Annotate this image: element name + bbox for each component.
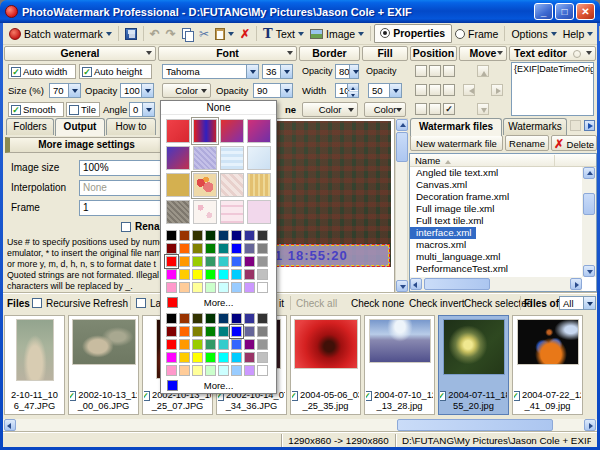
thumbnail-card[interactable]: 2-10-11_10 6_47.JPG <box>4 315 65 415</box>
move-header[interactable]: Move <box>459 46 507 61</box>
cut-button[interactable]: ✂ <box>196 27 212 41</box>
scroll-left-button[interactable] <box>4 419 16 431</box>
color-swatch[interactable] <box>166 269 177 280</box>
color-swatch[interactable] <box>192 313 203 324</box>
watermark-file-row[interactable]: Full image tile.xml <box>410 203 582 215</box>
color-swatch[interactable] <box>166 365 177 376</box>
font-family-combo[interactable]: Tahoma <box>162 64 259 79</box>
color-swatch[interactable] <box>192 243 203 254</box>
color-swatch[interactable] <box>244 269 255 280</box>
color-swatch[interactable] <box>218 269 229 280</box>
check-all-link[interactable]: Check all <box>296 298 337 309</box>
position-top-left[interactable] <box>415 65 427 77</box>
list-vertical-scrollbar[interactable] <box>582 167 596 277</box>
color-swatch[interactable] <box>231 269 242 280</box>
color-swatch[interactable] <box>218 282 229 293</box>
color-swatch[interactable] <box>166 326 177 337</box>
position-mid-left[interactable] <box>415 84 427 96</box>
thumbnail-card[interactable]: 2004-07-10_12 _13_28.jpg <box>364 315 435 415</box>
color-swatch[interactable] <box>179 365 190 376</box>
color-swatch[interactable] <box>244 256 255 267</box>
fill-size-combo[interactable]: 50 <box>368 83 402 98</box>
color-swatch[interactable] <box>218 230 229 241</box>
list-horizontal-scrollbar[interactable] <box>410 277 582 291</box>
tab-folders[interactable]: Folders <box>6 118 54 135</box>
thumbnail-checkbox[interactable] <box>292 391 298 401</box>
position-mid-center[interactable] <box>429 84 441 96</box>
texture-swatch[interactable] <box>247 200 271 224</box>
watermark-file-row[interactable]: macros.xml <box>410 239 582 251</box>
color-swatch[interactable] <box>218 243 229 254</box>
rename-checkbox[interactable] <box>121 222 131 232</box>
color-swatch[interactable] <box>257 243 268 254</box>
color-swatch[interactable] <box>257 365 268 376</box>
more-image-settings-header[interactable]: More image settings <box>5 137 164 153</box>
color-swatch[interactable] <box>244 282 255 293</box>
color-swatch[interactable] <box>179 269 190 280</box>
thumbnail-card[interactable]: 2004-05-06_03 _25_35.jpg <box>290 315 361 415</box>
color-swatch[interactable] <box>205 256 216 267</box>
color-swatch[interactable] <box>166 313 177 324</box>
name-column-header[interactable]: Name <box>410 154 596 167</box>
thumbnail-checkbox[interactable] <box>440 391 446 401</box>
interpolation-input[interactable]: None <box>79 180 161 196</box>
redo-button[interactable]: ↷ <box>163 27 179 41</box>
color-swatch[interactable] <box>179 243 190 254</box>
minimize-button[interactable]: _ <box>534 3 553 20</box>
watermark-file-row[interactable]: Angled tile text.xml <box>410 167 582 179</box>
move-up-button[interactable] <box>477 65 489 77</box>
position-header[interactable]: Position <box>410 46 457 61</box>
thumbnail-card[interactable]: 2004-07-22_12 _41_09.jpg <box>512 315 583 415</box>
texture-swatch[interactable] <box>166 200 190 224</box>
image-size-input[interactable]: 100% <box>79 160 161 176</box>
title-bar[interactable]: PhotoWatermark Professional - D:\FUTANG\… <box>0 0 600 23</box>
watermark-file-row[interactable]: Decoration frame.xml <box>410 191 582 203</box>
color-swatch[interactable] <box>166 339 177 350</box>
scroll-down-button[interactable] <box>396 280 408 292</box>
size-combo[interactable]: 70 <box>49 83 81 98</box>
recursive-checkbox[interactable] <box>32 298 42 308</box>
color-swatch[interactable] <box>218 339 229 350</box>
thumbnail-card[interactable]: 2002-10-13_11 _00_06.JPG <box>68 315 139 415</box>
color-swatch[interactable] <box>205 243 216 254</box>
color-swatch[interactable] <box>231 339 242 350</box>
border-header[interactable]: Border <box>299 46 360 61</box>
color-swatch[interactable] <box>244 313 255 324</box>
color-swatch[interactable] <box>192 256 203 267</box>
move-left-button[interactable] <box>463 84 475 96</box>
color-swatch[interactable] <box>205 339 216 350</box>
position-top-center[interactable] <box>429 65 441 77</box>
texture-swatch[interactable] <box>247 173 271 197</box>
border-color-button[interactable]: Color <box>302 102 358 117</box>
nav-forward-button[interactable] <box>584 120 595 131</box>
text-menu-button[interactable]: T Text <box>260 27 307 41</box>
font-size-combo[interactable]: 36 <box>262 64 293 79</box>
thumbnail-card-selected[interactable]: 2004-07-11_18 55_20.jpg <box>438 315 509 415</box>
color-swatch[interactable] <box>244 243 255 254</box>
color-swatch[interactable] <box>244 230 255 241</box>
new-watermark-file-button[interactable]: New watermark file <box>410 135 503 151</box>
color-swatch[interactable] <box>192 269 203 280</box>
color-swatch[interactable] <box>205 365 216 376</box>
watermark-file-row[interactable]: Full text tile.xml <box>410 215 582 227</box>
color-swatch[interactable] <box>205 282 216 293</box>
color-swatch[interactable] <box>192 282 203 293</box>
color-swatch[interactable] <box>244 339 255 350</box>
chevron-down-icon[interactable] <box>586 51 592 58</box>
frame-toggle[interactable]: Frame <box>452 27 501 41</box>
texture-swatch[interactable] <box>193 173 217 197</box>
thumbnail-checkbox[interactable] <box>514 391 520 401</box>
color-swatch[interactable] <box>231 365 242 376</box>
watermark-file-row[interactable]: multi_language.xml <box>410 251 582 263</box>
delete-button[interactable]: ✗ <box>237 27 253 41</box>
thumbnail-scrollbar[interactable] <box>3 419 597 432</box>
watermark-file-row[interactable]: Canvas.xml <box>410 179 582 191</box>
scrollbar-thumb[interactable] <box>396 132 408 162</box>
nav-back-button[interactable] <box>570 120 581 131</box>
color-swatch[interactable] <box>244 326 255 337</box>
thumbnail-checkbox[interactable] <box>366 391 372 401</box>
spin-down-icon[interactable] <box>347 91 358 97</box>
general-header[interactable]: General <box>4 46 156 61</box>
tab-watermarks[interactable]: Watermarks <box>503 118 567 135</box>
thumbnail-checkbox[interactable] <box>70 391 76 401</box>
